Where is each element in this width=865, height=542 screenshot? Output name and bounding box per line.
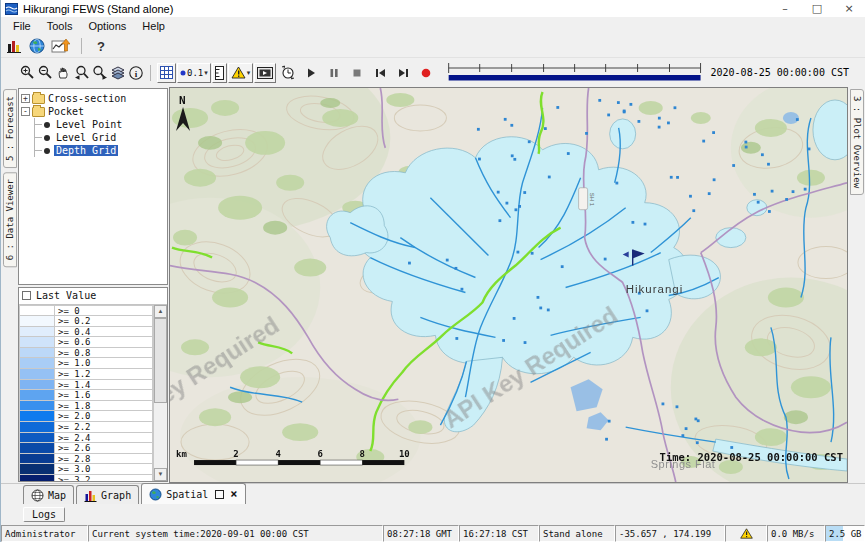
- legend-row: >= 1.2: [19, 368, 153, 379]
- last-value-checkbox[interactable]: [22, 291, 31, 300]
- legend-row: >= 2.0: [19, 410, 153, 421]
- spatial-display-icon[interactable]: [51, 38, 70, 55]
- legend-row: >= 3.2: [19, 474, 153, 481]
- status-coordinates: -35.657 , 174.199: [615, 525, 725, 542]
- status-memory: 2.5 GB: [825, 525, 865, 542]
- fews-logo-icon: [5, 3, 18, 15]
- application-window: Hikurangi FEWS (Stand alone) – □ × FileT…: [0, 0, 865, 542]
- legend-color-swatch: [19, 326, 55, 337]
- record-button[interactable]: [415, 63, 437, 83]
- expand-icon[interactable]: +: [21, 94, 30, 103]
- grid-display-button[interactable]: [157, 63, 176, 83]
- legend-color-swatch: [19, 442, 55, 453]
- menu-item[interactable]: Options: [80, 19, 134, 33]
- legend-row: >= 0.2: [19, 315, 153, 326]
- legend-value-label: >= 1.8: [55, 400, 153, 411]
- stop-button[interactable]: [346, 63, 368, 83]
- close-panel-icon[interactable]: ×: [230, 490, 237, 499]
- time-slider[interactable]: [446, 61, 703, 85]
- legend-row: >= 2.2: [19, 421, 153, 432]
- tab-data-viewer[interactable]: 6 : Data Viewer: [3, 172, 17, 267]
- maximize-button[interactable]: □: [801, 1, 833, 17]
- legend-value-label: >= 0.4: [55, 326, 153, 337]
- title-bar: Hikurangi FEWS (Stand alone) – □ ×: [1, 0, 865, 17]
- zoom-in-button[interactable]: [19, 63, 36, 83]
- graphs-icon[interactable]: [6, 38, 23, 54]
- tab-forecast[interactable]: 5 : Forecast: [3, 89, 17, 168]
- go-to-end-button[interactable]: [392, 63, 414, 83]
- go-to-start-button[interactable]: [369, 63, 391, 83]
- maximize-panel-icon[interactable]: [215, 490, 224, 499]
- close-button[interactable]: ×: [833, 1, 865, 17]
- dot-icon: [180, 70, 186, 76]
- zoom-next-button[interactable]: [91, 63, 108, 83]
- pan-hand-button[interactable]: [55, 63, 72, 83]
- tree-leaf[interactable]: Depth Grid: [35, 144, 165, 157]
- pause-button[interactable]: [323, 63, 345, 83]
- collapse-icon[interactable]: -: [21, 107, 30, 116]
- tree-leaf[interactable]: Level Point: [35, 118, 165, 131]
- info-button[interactable]: i: [127, 63, 144, 83]
- logs-button[interactable]: Logs: [23, 507, 65, 522]
- legend-value-label: >= 2.4: [55, 432, 153, 443]
- ruler-icon: [215, 66, 224, 80]
- tree-node-cross-section[interactable]: + Cross-section: [21, 92, 165, 105]
- bullet-icon: [44, 122, 50, 128]
- time-settings-button[interactable]: [277, 63, 299, 83]
- menu-item[interactable]: File: [5, 19, 39, 33]
- svg-text:SH 1: SH 1: [589, 193, 595, 207]
- ruler-button[interactable]: [212, 63, 227, 83]
- status-bar: Administrator Current system time:2020-0…: [1, 525, 865, 542]
- tree-leaf-label[interactable]: Level Point: [54, 119, 124, 130]
- tree-leaf-label[interactable]: Level Grid: [54, 132, 118, 143]
- tab-graph[interactable]: Graph: [76, 485, 139, 504]
- warning-dropdown[interactable]: ▾: [228, 63, 254, 83]
- tab-spatial[interactable]: Spatial ×: [141, 483, 245, 504]
- legend-color-swatch: [19, 453, 55, 464]
- main-area: 5 : Forecast 6 : Data Viewer + Cross-sec…: [1, 87, 865, 483]
- tree-node-label[interactable]: Pocket: [48, 106, 84, 117]
- status-gmt-time: 08:27:18 GMT: [383, 525, 459, 542]
- legend-row: >= 2.6: [19, 442, 153, 453]
- legend-value-label: >= 1.2: [55, 368, 153, 379]
- minimize-button[interactable]: –: [769, 1, 801, 17]
- legend-color-swatch: [19, 432, 55, 443]
- tree-node-pocket[interactable]: - Pocket: [21, 105, 165, 118]
- tab-plot-overview[interactable]: 3 : Plot Overview: [850, 89, 864, 195]
- zoom-previous-button[interactable]: [73, 63, 90, 83]
- bottom-tab-bar: Map Graph Spatial ×: [1, 483, 865, 504]
- legend-value-label: >= 0.2: [55, 315, 153, 326]
- legend-scrollbar[interactable]: ▲ ▼: [153, 305, 167, 482]
- legend-value-label: >= 0.8: [55, 347, 153, 358]
- legend-value-label: >= 2.8: [55, 453, 153, 464]
- legend-rows: >= 0 >= 0.2 >= 0.4: [19, 305, 153, 482]
- svg-text:N: N: [179, 94, 186, 107]
- menu-item[interactable]: Help: [134, 19, 173, 33]
- globe-map-icon[interactable]: [29, 38, 45, 54]
- legend-value-label: >= 1.0: [55, 357, 153, 368]
- zoom-out-button[interactable]: [37, 63, 54, 83]
- status-network: 0.0 MB/s: [767, 525, 825, 542]
- map-viewport[interactable]: SH 1 API Key Required API Key Required H…: [169, 87, 848, 483]
- layers-button[interactable]: [109, 63, 126, 83]
- legend-value-label: >= 3.2: [55, 474, 153, 481]
- scroll-down-icon[interactable]: ▼: [154, 468, 167, 481]
- bullet-icon: [44, 148, 50, 154]
- animation-player-button[interactable]: [254, 63, 276, 83]
- play-button[interactable]: [300, 63, 322, 83]
- folder-icon: [32, 94, 45, 104]
- scale-dropdown[interactable]: 0.1 ▾: [177, 63, 211, 83]
- menu-bar: FileToolsOptionsHelp: [1, 17, 865, 35]
- scroll-thumb[interactable]: [154, 318, 167, 403]
- legend-color-swatch: [19, 379, 55, 390]
- tree-node-label[interactable]: Cross-section: [48, 93, 126, 104]
- menu-item[interactable]: Tools: [39, 19, 81, 33]
- status-warning-cell[interactable]: [725, 525, 767, 542]
- legend-value-label: >= 3.0: [55, 463, 153, 474]
- help-button[interactable]: ?: [93, 39, 109, 54]
- scroll-up-icon[interactable]: ▲: [154, 305, 167, 318]
- tree-leaf-label[interactable]: Depth Grid: [54, 145, 118, 156]
- status-mode: Stand alone: [539, 525, 615, 542]
- tab-map[interactable]: Map: [23, 485, 74, 504]
- tree-leaf[interactable]: Level Grid: [35, 131, 165, 144]
